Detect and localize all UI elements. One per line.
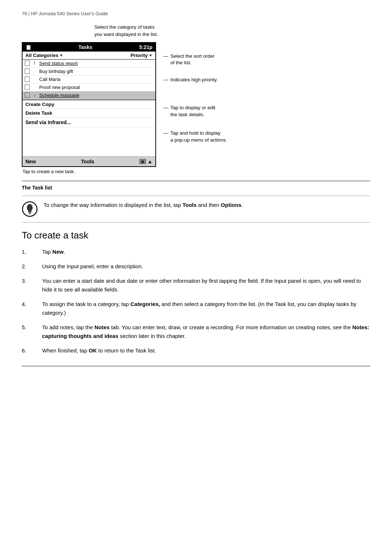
low-priority-icon: ↓ — [32, 93, 37, 98]
svg-rect-2 — [28, 211, 32, 212]
svg-rect-3 — [28, 212, 31, 213]
step-2: Using the Input panel, enter a descripti… — [22, 262, 370, 271]
step-2-text: Using the Input panel, enter a descripti… — [42, 262, 143, 271]
steps-list: Tap New. Using the Input panel, enter a … — [22, 248, 370, 355]
tip-box: To change the way information is display… — [22, 196, 370, 223]
callout-text: Select the sort orderof the list. — [171, 53, 215, 67]
task-row[interactable]: Buy birthday gift — [23, 68, 155, 76]
footer-new-label[interactable]: New — [25, 159, 36, 164]
step-4-text: To assign the task to a category, tap Ca… — [42, 300, 370, 317]
task-text: Send status report — [39, 61, 78, 66]
tip-text: To change the way information is display… — [44, 201, 243, 209]
tap-create-label: Tap to create a new task. — [23, 169, 75, 174]
screen-time: 5:21p — [139, 44, 152, 50]
categories-dropdown[interactable]: All Categories ▼ — [25, 53, 63, 58]
screen-footer: New Tools ▧ ▲ — [23, 156, 155, 166]
screen-title: Tasks — [78, 44, 93, 50]
task-list: ! Send status report Buy birthday gift C… — [23, 60, 155, 100]
svg-rect-4 — [29, 213, 31, 214]
footer-arrow-up: ▲ — [147, 159, 152, 164]
task-row[interactable]: Proof new proposal — [23, 83, 155, 91]
callouts-right: Select the sort orderof the list. Indica… — [163, 42, 227, 150]
task-text: Buy birthday gift — [39, 69, 73, 74]
screen-title-icon: 📋 — [25, 44, 32, 50]
callout-sort-order: Select the sort orderof the list. — [163, 53, 227, 67]
priority-arrow: ▼ — [149, 53, 152, 57]
context-menu-create-copy[interactable]: Create Copy — [23, 100, 155, 109]
step-6-text: When finished, tap OK to return to the T… — [42, 346, 156, 355]
task-list-section-heading: The Task list — [22, 185, 370, 191]
callout-high-priority: Indicates high priority. — [163, 77, 227, 83]
callout-text: Indicates high priority. — [171, 77, 218, 83]
task-row[interactable]: Call Maria — [23, 76, 155, 83]
diagram-area: Select the category of tasks you want di… — [22, 24, 370, 174]
task-checkbox[interactable] — [25, 77, 30, 82]
task-row[interactable]: ! Send status report — [23, 60, 155, 68]
footer-icons: ▧ ▲ — [139, 159, 152, 164]
task-checkbox[interactable] — [25, 85, 30, 90]
device-and-callouts: 📋 Tasks 5:21p All Categories ▼ Priority … — [22, 42, 227, 167]
section-heading: To create a task — [22, 230, 370, 241]
callout-tap-display: Tap to display or editthe task details. — [163, 105, 227, 118]
task-text: Call Maria — [39, 77, 61, 82]
priority-dropdown[interactable]: Priority ▼ — [131, 53, 152, 58]
task-text: Schedule massage — [39, 93, 79, 98]
step-3: You can enter a start date and due date … — [22, 277, 370, 294]
task-text: Proof new proposal — [39, 85, 80, 90]
step-1: Tap New. — [22, 248, 370, 256]
divider-1 — [22, 181, 370, 181]
step-3-text: You can enter a start date and due date … — [42, 277, 370, 294]
priority-icon: ! — [32, 61, 37, 66]
task-checkbox[interactable] — [25, 69, 30, 74]
step-4: To assign the task to a category, tap Ca… — [22, 300, 370, 317]
callout-tap-hold: Tap and hold to displaya pop-up menu of … — [163, 130, 227, 144]
context-menu-delete-task[interactable]: Delete Task — [23, 109, 155, 118]
task-checkbox[interactable] — [25, 93, 30, 98]
screen-header-bar: 📋 Tasks 5:21p — [23, 43, 155, 52]
callout-top: Select the category of tasks you want di… — [94, 24, 158, 38]
callout-text: Tap and hold to displaya pop-up menu of … — [171, 130, 227, 144]
page-header: 76 | HP Jornada 540 Series User's Guide — [22, 11, 370, 16]
screen-subheader[interactable]: All Categories ▼ Priority ▼ — [23, 52, 155, 60]
keyboard-icon[interactable]: ▧ — [139, 159, 146, 164]
empty-area — [23, 127, 155, 156]
context-menu-send-via[interactable]: Send via Infrared... — [23, 118, 155, 127]
step-5: To add notes, tap the Notes tab. You can… — [22, 323, 370, 340]
bottom-divider — [22, 366, 370, 366]
device-screen: 📋 Tasks 5:21p All Categories ▼ Priority … — [22, 42, 156, 167]
task-checkbox[interactable] — [25, 61, 30, 66]
categories-arrow: ▼ — [60, 53, 63, 57]
task-row-highlighted[interactable]: ↓ Schedule massage — [23, 91, 155, 99]
tip-icon — [22, 201, 38, 217]
footer-tools-label[interactable]: Tools — [81, 159, 94, 164]
callout-text: Tap to display or editthe task details. — [171, 105, 216, 118]
step-6: When finished, tap OK to return to the T… — [22, 346, 370, 355]
step-5-text: To add notes, tap the Notes tab. You can… — [42, 323, 370, 340]
svg-point-1 — [27, 204, 33, 211]
step-1-text: Tap New. — [42, 248, 65, 256]
context-menu: Create Copy Delete Task Send via Infrare… — [23, 100, 155, 127]
